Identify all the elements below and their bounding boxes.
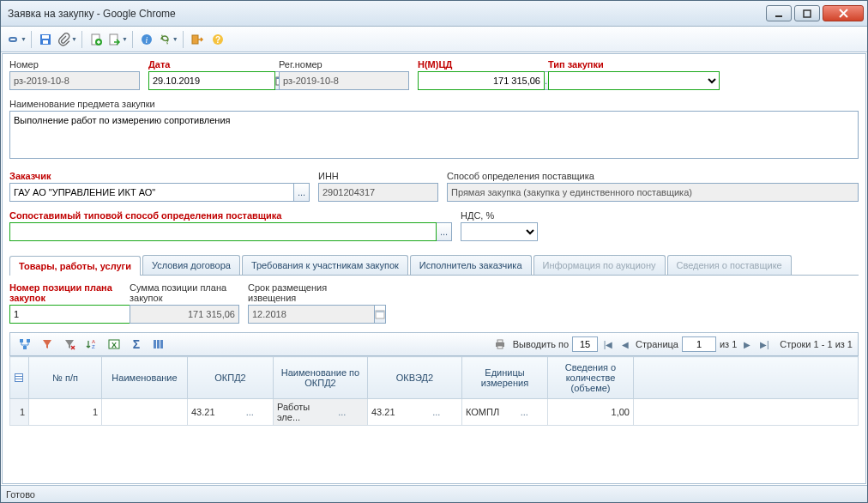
purchtype-label: Тип закупки bbox=[548, 59, 720, 70]
cell-qty[interactable]: 1,00 bbox=[548, 399, 634, 426]
rows-label: Строки 1 - 1 из 1 bbox=[780, 339, 853, 349]
compat-label: Сопоставимый типовой способ определения … bbox=[9, 210, 452, 221]
content-area: Номер Дата Рег.номер Н(М)ЦД ... bbox=[2, 53, 866, 484]
svg-rect-28 bbox=[154, 340, 156, 348]
regnum-input bbox=[279, 71, 409, 90]
svg-rect-12 bbox=[192, 35, 198, 44]
new-doc-icon[interactable] bbox=[87, 30, 105, 49]
first-page-button[interactable]: |◀ bbox=[601, 337, 615, 351]
prev-page-button[interactable]: ◀ bbox=[618, 337, 632, 351]
inn-input bbox=[318, 183, 438, 202]
tab-strip: Товары, работы, услуги Условия договора … bbox=[9, 255, 859, 276]
svg-text:X: X bbox=[112, 341, 117, 349]
tab-contract[interactable]: Условия договора bbox=[142, 255, 240, 275]
grid-toolbar: AZ X Σ Выводить по |◀ ◀ Страница из 1 ▶ … bbox=[9, 332, 859, 356]
unit-picker[interactable]: ... bbox=[505, 407, 545, 417]
customer-picker[interactable]: ... bbox=[294, 183, 310, 202]
noticedate-calendar-icon[interactable] bbox=[375, 305, 386, 324]
pagesize-input[interactable] bbox=[572, 336, 598, 352]
cell-empty bbox=[634, 399, 859, 426]
svg-rect-29 bbox=[157, 340, 160, 348]
link-icon[interactable]: ▼ bbox=[6, 30, 27, 49]
cell-rownum: 1 bbox=[10, 399, 29, 426]
cell-name[interactable] bbox=[102, 399, 188, 426]
attach-icon[interactable]: ▼ bbox=[57, 30, 77, 49]
tab-supplier: Сведения о поставщике bbox=[667, 255, 792, 275]
posnum-input[interactable] bbox=[9, 305, 136, 324]
svg-rect-19 bbox=[20, 339, 23, 342]
col-selector[interactable] bbox=[10, 357, 29, 399]
nmcd-input[interactable] bbox=[418, 71, 545, 90]
exit-icon[interactable] bbox=[188, 30, 207, 49]
plansum-input bbox=[130, 305, 239, 324]
minimize-button[interactable] bbox=[766, 5, 792, 21]
info-icon[interactable]: i bbox=[137, 30, 156, 49]
vat-select[interactable] bbox=[461, 222, 538, 241]
col-okpd2name[interactable]: Наименование по ОКПД2 bbox=[274, 357, 368, 399]
next-page-button[interactable]: ▶ bbox=[740, 337, 754, 351]
tab-auction: Информация по аукциону bbox=[533, 255, 666, 275]
grid-sum-icon[interactable]: Σ bbox=[127, 335, 146, 354]
col-spacer bbox=[634, 357, 859, 399]
svg-rect-9 bbox=[110, 34, 118, 45]
grid-columns-icon[interactable] bbox=[149, 335, 168, 354]
subject-input[interactable]: Выполнение работ по измерению сопротивле… bbox=[9, 111, 859, 159]
grid-print-icon[interactable] bbox=[491, 335, 509, 354]
cell-unit[interactable]: КОМПЛ... bbox=[462, 399, 548, 426]
grid-filter-icon[interactable] bbox=[38, 335, 57, 354]
svg-rect-20 bbox=[27, 339, 30, 342]
okpd2-picker[interactable]: ... bbox=[231, 407, 270, 417]
save-icon[interactable] bbox=[36, 30, 55, 49]
tab-goods[interactable]: Товары, работы, услуги bbox=[9, 256, 141, 276]
okved2-picker[interactable]: ... bbox=[415, 407, 459, 417]
purchtype-select[interactable] bbox=[548, 71, 720, 90]
col-qty[interactable]: Сведения о количестве (объеме) bbox=[548, 357, 634, 399]
grid-tree-icon[interactable] bbox=[15, 335, 34, 354]
col-okved2[interactable]: ОКВЭД2 bbox=[368, 357, 462, 399]
cell-okpd2[interactable]: 43.21... bbox=[188, 399, 274, 426]
compat-picker[interactable]: ... bbox=[437, 222, 452, 241]
page-input[interactable] bbox=[682, 336, 716, 352]
cell-okpd2name[interactable]: Работы эле...... bbox=[274, 399, 368, 426]
svg-rect-21 bbox=[23, 346, 27, 349]
window-title: Заявка на закупку - Google Chrome bbox=[8, 8, 766, 20]
col-name[interactable]: Наименование bbox=[102, 357, 188, 399]
tab-requirements[interactable]: Требования к участникам закупок bbox=[242, 255, 408, 275]
help-icon[interactable]: ? bbox=[208, 30, 227, 49]
noticedate-input bbox=[248, 305, 375, 324]
status-text: Готово bbox=[6, 489, 35, 500]
cell-okved2[interactable]: 43.21... bbox=[368, 399, 462, 426]
grid-clearfilter-icon[interactable] bbox=[60, 335, 79, 354]
page-label: Страница bbox=[636, 339, 678, 349]
page-of-label: из 1 bbox=[720, 339, 737, 349]
customer-input[interactable] bbox=[9, 183, 294, 202]
table-row[interactable]: 1 1 43.21... Работы эле...... 43.21... К… bbox=[10, 399, 859, 426]
svg-text:i: i bbox=[145, 35, 148, 45]
col-okpd2[interactable]: ОКПД2 bbox=[188, 357, 274, 399]
col-npp[interactable]: № п/п bbox=[29, 357, 102, 399]
regnum-label: Рег.номер bbox=[279, 59, 409, 70]
svg-rect-1 bbox=[804, 10, 811, 17]
date-input[interactable] bbox=[148, 71, 275, 90]
method-input bbox=[447, 183, 859, 202]
close-button[interactable] bbox=[823, 5, 864, 21]
export-doc-icon[interactable]: ▼ bbox=[107, 30, 128, 49]
compat-input[interactable] bbox=[9, 222, 437, 241]
status-bar: Готово bbox=[1, 485, 867, 502]
main-toolbar: ▼ ▼ ▼ i ▼ ? bbox=[1, 27, 867, 52]
nmcd-label: Н(М)ЦД bbox=[418, 59, 539, 70]
col-unit[interactable]: Единицы измерения bbox=[462, 357, 548, 399]
plansum-label: Сумма позиции плана закупок bbox=[130, 282, 239, 303]
last-page-button[interactable]: ▶| bbox=[757, 337, 771, 351]
okpd2name-picker[interactable]: ... bbox=[321, 407, 365, 417]
cell-npp[interactable]: 1 bbox=[29, 399, 102, 426]
svg-rect-35 bbox=[15, 374, 22, 376]
maximize-button[interactable] bbox=[794, 5, 820, 21]
grid-excel-icon[interactable]: X bbox=[105, 335, 124, 354]
customer-label: Заказчик bbox=[9, 171, 310, 181]
grid-sort-icon[interactable]: AZ bbox=[82, 335, 101, 354]
showby-label: Выводить по bbox=[513, 339, 569, 349]
tab-executor[interactable]: Исполнитель заказчика bbox=[410, 255, 532, 275]
refresh-icon[interactable]: ▼ bbox=[158, 30, 178, 49]
inn-label: ИНН bbox=[318, 171, 438, 181]
